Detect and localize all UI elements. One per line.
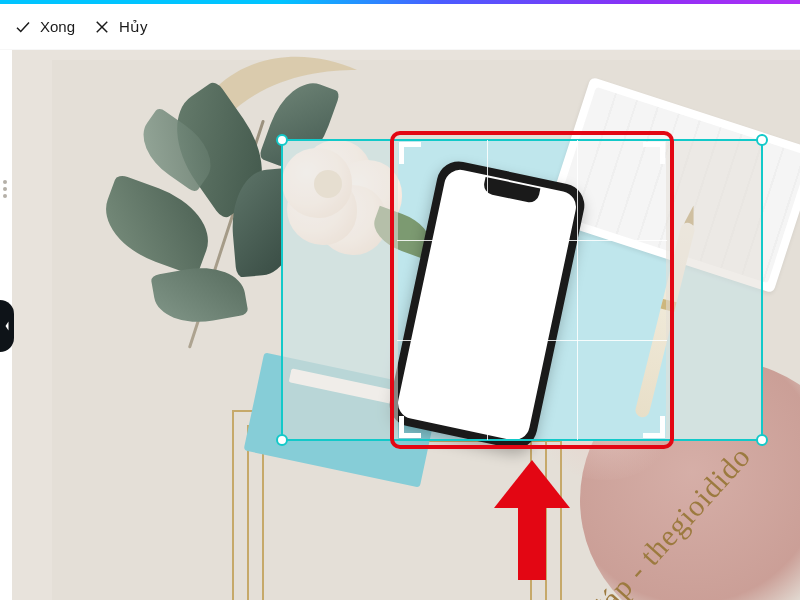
check-icon bbox=[14, 18, 32, 36]
resize-handle-bl[interactable] bbox=[276, 434, 288, 446]
resize-handle-tr[interactable] bbox=[756, 134, 768, 146]
resize-handle-br[interactable] bbox=[756, 434, 768, 446]
cancel-label: Hủy bbox=[119, 18, 147, 36]
done-button[interactable]: Xong bbox=[14, 18, 75, 36]
crop-target-image[interactable] bbox=[282, 140, 762, 440]
cancel-button[interactable]: Hủy bbox=[93, 18, 147, 36]
crop-handle-br[interactable] bbox=[643, 416, 665, 438]
done-label: Xong bbox=[40, 18, 75, 35]
design-canvas[interactable]: hỏi đáp - thegioidido bbox=[12, 50, 800, 600]
crop-shade bbox=[283, 141, 398, 439]
close-icon bbox=[93, 18, 111, 36]
crop-frame[interactable] bbox=[397, 140, 667, 440]
crop-handle-bl[interactable] bbox=[399, 416, 421, 438]
crop-toolbar: Xong Hủy bbox=[0, 4, 800, 50]
crop-shade bbox=[666, 141, 761, 439]
app-root: Xong Hủy hỏi đáp - thegioidido bbox=[0, 0, 800, 600]
drag-dots-icon bbox=[3, 180, 7, 198]
rule-of-thirds-grid bbox=[397, 140, 667, 440]
crop-handle-tr[interactable] bbox=[643, 142, 665, 164]
chevron-left-icon bbox=[3, 320, 11, 332]
crop-handle-tl[interactable] bbox=[399, 142, 421, 164]
resize-handle-tl[interactable] bbox=[276, 134, 288, 146]
